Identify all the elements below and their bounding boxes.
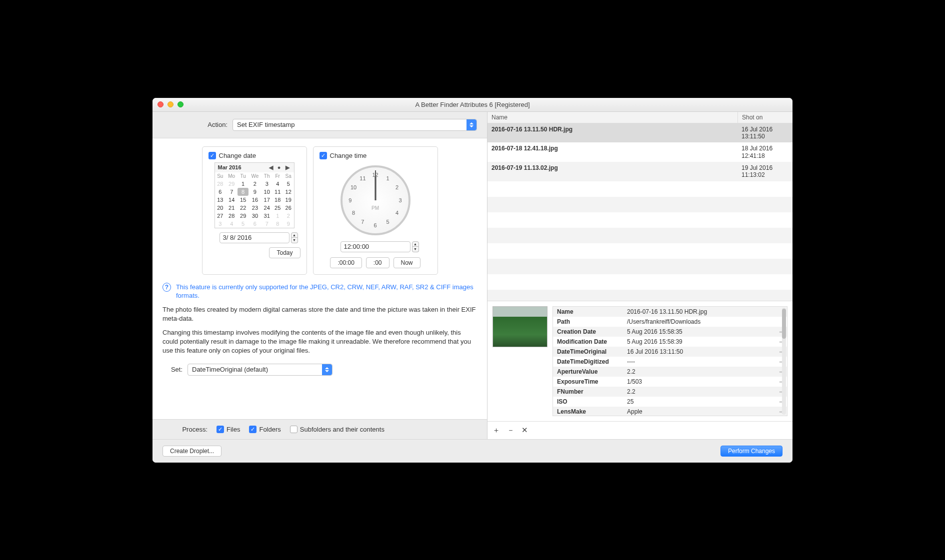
action-select-value: Set EXIF timestamp (237, 121, 295, 128)
calendar-day[interactable]: 9 (248, 188, 262, 196)
calendar-day[interactable]: 31 (262, 212, 272, 220)
date-stepper[interactable]: ▲▼ (291, 232, 298, 243)
calendar-day[interactable]: 6 (215, 188, 226, 196)
create-droplet-button[interactable]: Create Droplet... (162, 446, 222, 457)
meta-key: DateTimeDigitized (553, 357, 623, 367)
calendar-day[interactable]: 22 (238, 204, 248, 212)
meta-value: 25 (623, 397, 777, 407)
meta-key: Modification Date (553, 337, 623, 347)
zero-minutes-button[interactable]: :00 (366, 257, 390, 268)
clock-number: 11 (360, 175, 366, 181)
calendar-day[interactable]: 14 (226, 196, 238, 204)
calendar-day[interactable]: 29 (238, 212, 248, 220)
zero-seconds-button[interactable]: :00:00 (330, 257, 362, 268)
set-select[interactable]: DateTimeOriginal (default) (188, 364, 332, 376)
calendar-day[interactable]: 19 (283, 196, 294, 204)
file-list[interactable]: 2016-07-16 13.11.50 HDR.jpg16 Jul 2016 1… (488, 123, 792, 301)
table-row[interactable]: 2016-07-16 13.11.50 HDR.jpg16 Jul 2016 1… (488, 123, 792, 143)
calendar-day[interactable]: 13 (215, 196, 226, 204)
calendar-day[interactable]: 25 (272, 204, 283, 212)
scrollbar[interactable] (782, 308, 786, 415)
calendar-day[interactable]: 28 (215, 180, 226, 188)
calendar-day[interactable]: 24 (262, 204, 272, 212)
date-field[interactable]: 3/ 8/ 2016 ▲▼ (220, 232, 290, 243)
table-row[interactable]: 2016-07-19 11.13.02.jpg19 Jul 2016 11:13… (488, 162, 792, 181)
process-subfolders-checkbox[interactable] (290, 426, 298, 433)
table-row (488, 274, 792, 290)
remove-icon[interactable]: － (507, 426, 514, 435)
calendar-day[interactable]: 29 (226, 180, 238, 188)
meta-key: Creation Date (553, 327, 623, 337)
calendar-day[interactable]: 10 (262, 188, 272, 196)
time-field[interactable]: 12:00:00 ▲▼ (340, 241, 410, 252)
chevron-updown-icon (466, 119, 476, 130)
calendar-day[interactable]: 28 (226, 212, 238, 220)
calendar-day[interactable]: 21 (226, 204, 238, 212)
col-shot-header[interactable]: Shot on (738, 112, 792, 123)
time-stepper[interactable]: ▲▼ (412, 241, 419, 252)
calendar-day[interactable]: 8 (238, 188, 248, 196)
action-select[interactable]: Set EXIF timestamp (232, 119, 477, 131)
metadata-row: LensMakeApple➔ (553, 407, 787, 416)
calendar-day[interactable]: 27 (215, 212, 226, 220)
calendar-day[interactable]: 12 (283, 188, 294, 196)
calendar-day[interactable]: 2 (283, 212, 294, 220)
meta-key: Path (553, 317, 623, 327)
calendar-day[interactable]: 20 (215, 204, 226, 212)
process-files-checkbox[interactable]: ✓ (216, 426, 224, 433)
calendar-day[interactable]: 11 (272, 188, 283, 196)
calendar-day[interactable]: 3 (262, 180, 272, 188)
cal-prev-icon[interactable]: ◀ (268, 164, 274, 170)
calendar-day[interactable]: 7 (226, 188, 238, 196)
perform-changes-button[interactable]: Perform Changes (720, 446, 782, 457)
calendar-day[interactable]: 18 (272, 196, 283, 204)
process-folders-checkbox[interactable]: ✓ (249, 426, 256, 433)
calendar-day[interactable]: 16 (248, 196, 262, 204)
action-label: Action: (152, 121, 228, 128)
today-button[interactable]: Today (269, 247, 300, 258)
meta-key: ApertureValue (553, 367, 623, 377)
add-icon[interactable]: ＋ (492, 426, 500, 435)
metadata-row: Creation Date5 Aug 2016 15:58:35➔ (553, 327, 787, 337)
calendar-day[interactable]: 4 (272, 180, 283, 188)
analog-clock[interactable]: PM 121234567891011 (340, 165, 410, 235)
calendar-day[interactable]: 15 (238, 196, 248, 204)
change-date-checkbox[interactable]: ✓ (208, 152, 216, 159)
ampm-label: PM (372, 205, 379, 211)
cal-next-icon[interactable]: ▶ (284, 164, 291, 170)
table-row[interactable]: 2016-07-18 12.41.18.jpg18 Jul 2016 12:41… (488, 142, 792, 162)
file-table-header: Name Shot on (488, 112, 792, 123)
clock-number: 8 (352, 210, 355, 216)
clock-number: 7 (361, 219, 364, 225)
change-time-checkbox[interactable]: ✓ (320, 152, 327, 159)
app-window: A Better Finder Attributes 6 [Registered… (152, 98, 792, 463)
calendar-day[interactable]: 5 (238, 220, 248, 228)
calendar-day[interactable]: 17 (262, 196, 272, 204)
calendar-day[interactable]: 6 (248, 220, 262, 228)
col-name-header[interactable]: Name (488, 112, 738, 123)
process-label: Process: (162, 426, 208, 433)
calendar-day[interactable]: 3 (215, 220, 226, 228)
clear-icon[interactable]: ✕ (522, 426, 528, 435)
calendar-day[interactable]: 2 (248, 180, 262, 188)
file-shot-on: 19 Jul 2016 11:13:02 (738, 162, 792, 181)
meta-value: 2016-07-16 13.11.50 HDR.jpg (623, 307, 777, 317)
calendar-day[interactable]: 1 (272, 212, 283, 220)
clock-number: 1 (386, 175, 390, 181)
calendar-day[interactable]: 1 (238, 180, 248, 188)
calendar-day[interactable]: 23 (248, 204, 262, 212)
calendar-day[interactable]: 5 (283, 180, 294, 188)
clock-number: 9 (348, 197, 352, 203)
cal-today-icon[interactable]: ● (276, 164, 282, 170)
calendar-day[interactable]: 7 (262, 220, 272, 228)
calendar-day[interactable]: 30 (248, 212, 262, 220)
meta-value: 1/503 (623, 377, 777, 387)
calendar[interactable]: Mar 2016 ◀ ● ▶ SuMoTuWeThFrSa28291234567… (214, 162, 294, 228)
calendar-day[interactable]: 8 (272, 220, 283, 228)
calendar-day[interactable]: 26 (283, 204, 294, 212)
now-button[interactable]: Now (394, 257, 420, 268)
calendar-day[interactable]: 9 (283, 220, 294, 228)
clock-number: 4 (396, 210, 398, 216)
meta-value: /Users/frankreiff/Downloads (623, 317, 777, 327)
calendar-day[interactable]: 4 (226, 220, 238, 228)
